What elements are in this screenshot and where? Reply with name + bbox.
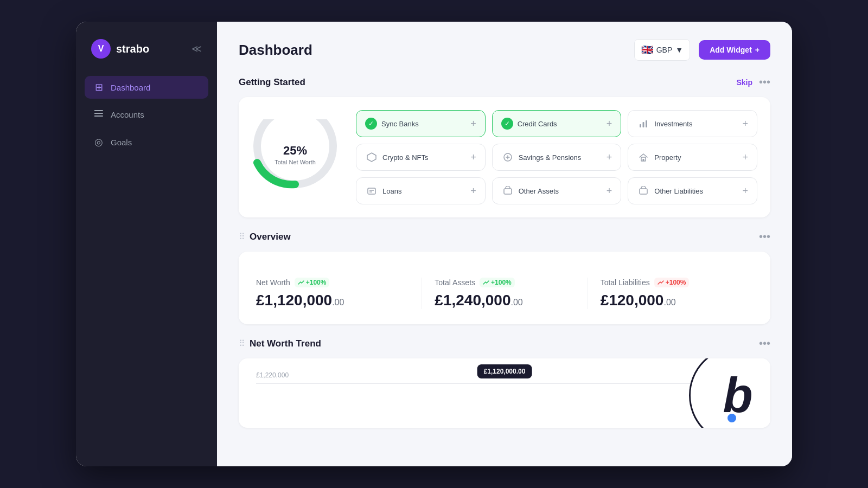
trend-chart-area: £1,220,000 £1,120,000.00: [256, 371, 753, 415]
total-liabilities-amount: £120,000: [601, 292, 664, 309]
total-assets-label: Total Assets: [435, 278, 475, 287]
investments-icon: [637, 117, 650, 130]
svg-rect-16: [640, 189, 647, 194]
crypto-icon: [365, 151, 378, 164]
total-assets-cents: .00: [510, 298, 522, 307]
overview-more-button[interactable]: •••: [759, 230, 770, 243]
trend-card: £1,220,000 £1,120,000.00 b: [239, 358, 770, 428]
getting-started-content: 25% Total Net Worth ✓ Sync Banks +: [252, 110, 757, 204]
getting-started-title: Getting Started: [239, 77, 305, 88]
overview-total-assets: Total Assets +100% £1,240,000.00: [422, 278, 587, 309]
net-worth-trend: +100%: [295, 278, 330, 287]
getting-started-section: Getting Started Skip •••: [239, 76, 770, 217]
currency-selector[interactable]: 🇬🇧 GBP ▼: [634, 39, 690, 61]
trend-title: Net Worth Trend: [250, 338, 321, 349]
property-add-icon: +: [742, 152, 748, 163]
trend-baseline: £1,120,000.00: [256, 383, 753, 384]
svg-rect-5: [94, 115, 96, 117]
total-assets-amount: £1,240,000: [435, 292, 510, 309]
overview-title: Overview: [250, 232, 291, 242]
widget-item-crypto-nfts[interactable]: Crypto & NFTs +: [356, 144, 486, 171]
widget-item-sync-banks[interactable]: ✓ Sync Banks +: [356, 110, 486, 137]
add-widget-button[interactable]: Add Widget +: [699, 40, 770, 60]
chevron-down-icon: ▼: [675, 46, 683, 54]
overview-grid: Net Worth +100% £1,120,000.00 Tota: [256, 278, 753, 309]
loans-icon: [365, 184, 378, 197]
page-title: Dashboard: [239, 42, 312, 59]
dashboard-icon: ⊞: [93, 81, 104, 93]
svg-rect-7: [643, 122, 644, 127]
net-worth-trend-section: ⠿ Net Worth Trend ••• £1,220,000 £1,120,…: [239, 337, 770, 428]
svg-rect-12: [368, 188, 375, 194]
property-label: Property: [654, 153, 681, 162]
header: Dashboard 🇬🇧 GBP ▼ Add Widget +: [239, 39, 770, 61]
sidebar-item-goals[interactable]: ◎ Goals: [85, 131, 208, 153]
currency-flag: 🇬🇧: [641, 44, 653, 56]
getting-started-more-button[interactable]: •••: [759, 76, 770, 88]
total-assets-trend: +100%: [480, 278, 515, 287]
total-liabilities-cents: .00: [663, 298, 675, 307]
investments-add-icon: +: [742, 118, 748, 130]
sidebar: V strabo ≪ ⊞ Dashboard Accounts: [76, 22, 217, 466]
beatport-logo: b: [689, 358, 770, 428]
credit-cards-label: Credit Cards: [518, 120, 557, 128]
loans-label: Loans: [382, 187, 401, 195]
net-worth-amount: £1,120,000: [256, 292, 332, 309]
overview-net-worth: Net Worth +100% £1,120,000.00: [256, 278, 422, 309]
widget-item-other-assets[interactable]: Other Assets +: [492, 177, 622, 204]
sidebar-item-label-dashboard: Dashboard: [111, 83, 150, 92]
investments-label: Investments: [654, 120, 692, 128]
overview-total-liabilities: Total Liabilities +100% £120,000.00: [588, 278, 753, 309]
svg-rect-11: [643, 159, 644, 161]
svg-marker-9: [367, 153, 376, 162]
overview-section: ⠿ Overview ••• Net Worth +100%: [239, 230, 770, 324]
overview-drag-handle: ⠿: [239, 232, 245, 242]
net-worth-label: Net Worth: [256, 278, 290, 287]
other-liabilities-label: Other Liabilities: [654, 187, 703, 195]
other-assets-add-icon: +: [607, 185, 612, 197]
widget-item-credit-cards[interactable]: ✓ Credit Cards +: [492, 110, 622, 137]
getting-started-actions: Skip •••: [736, 76, 770, 88]
widget-item-savings-pensions[interactable]: Savings & Pensions +: [492, 144, 622, 171]
widget-item-investments[interactable]: Investments +: [628, 110, 757, 137]
net-worth-cents: .00: [332, 298, 344, 307]
credit-cards-add-icon: +: [607, 118, 612, 130]
sidebar-item-label-goals: Goals: [111, 138, 132, 147]
svg-rect-4: [94, 113, 96, 114]
donut-center: 25% Total Net Worth: [275, 144, 316, 165]
other-assets-icon: [501, 184, 514, 197]
getting-started-card: 25% Total Net Worth ✓ Sync Banks +: [239, 97, 770, 217]
total-liabilities-trend: +100%: [654, 278, 690, 287]
sidebar-item-accounts[interactable]: Accounts: [85, 103, 208, 126]
credit-cards-check-icon: ✓: [501, 118, 513, 130]
donut-percent: 25%: [275, 144, 316, 158]
savings-add-icon: +: [607, 152, 612, 163]
svg-rect-3: [94, 110, 96, 111]
add-widget-plus-icon: +: [755, 46, 760, 54]
widget-item-loans[interactable]: Loans +: [356, 177, 486, 204]
other-assets-label: Other Assets: [519, 187, 559, 195]
donut-label: Total Net Worth: [275, 159, 316, 165]
svg-rect-15: [504, 189, 512, 194]
app-name: strabo: [116, 43, 149, 55]
add-widget-label: Add Widget: [710, 46, 752, 54]
trend-tooltip: £1,120,000.00: [477, 364, 532, 378]
other-liabilities-add-icon: +: [742, 185, 748, 197]
crypto-add-icon: +: [470, 152, 476, 163]
trend-more-button[interactable]: •••: [759, 337, 770, 350]
widget-item-other-liabilities[interactable]: Other Liabilities +: [628, 177, 757, 204]
sidebar-item-dashboard[interactable]: ⊞ Dashboard: [85, 76, 208, 99]
skip-button[interactable]: Skip: [736, 78, 752, 87]
sync-banks-check-icon: ✓: [365, 118, 377, 130]
widget-item-property[interactable]: Property +: [628, 144, 757, 171]
other-liabilities-icon: [637, 184, 650, 197]
donut-chart: 25% Total Net Worth: [252, 119, 339, 195]
beatport-dot: [727, 414, 736, 422]
main-content: Dashboard 🇬🇧 GBP ▼ Add Widget + Getting …: [217, 22, 792, 466]
getting-started-header: Getting Started Skip •••: [239, 76, 770, 88]
sidebar-collapse-button[interactable]: ≪: [192, 43, 202, 55]
svg-rect-8: [646, 120, 647, 127]
beatport-b-letter: b: [723, 371, 753, 420]
sync-banks-add-icon: +: [470, 118, 476, 130]
trend-section-header: ⠿ Net Worth Trend •••: [239, 337, 770, 350]
